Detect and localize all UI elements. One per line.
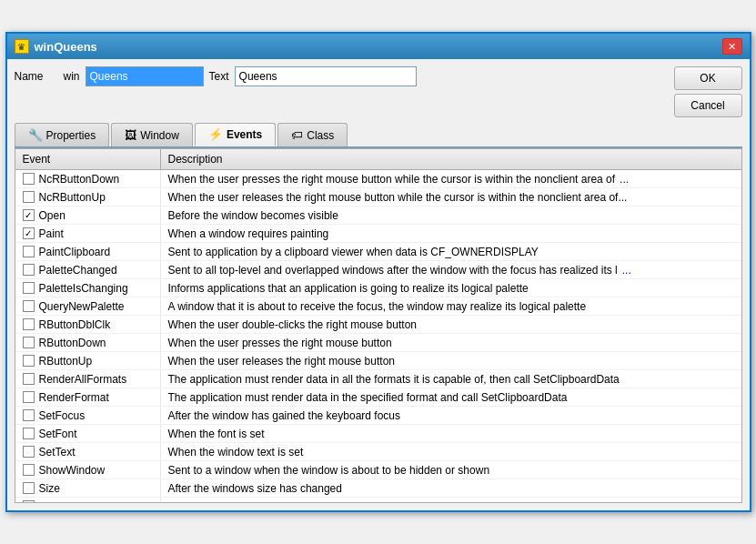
event-checkbox[interactable]	[23, 318, 35, 330]
event-name: QueryNewPalette	[39, 300, 125, 313]
tab-class[interactable]: 🏷 Class	[277, 123, 348, 146]
win-label: win	[64, 70, 80, 83]
table-row[interactable]: SetFontWhen the font is set	[15, 425, 741, 443]
event-cell: RenderAllFormats	[15, 370, 161, 388]
app-icon: ♛	[15, 39, 29, 54]
tab-events[interactable]: ⚡ Events	[195, 123, 276, 146]
event-cell: SetFont	[15, 425, 161, 442]
tab-window[interactable]: 🖼 Window	[111, 123, 193, 146]
event-cell: QueryNewPalette	[15, 297, 161, 315]
table-row[interactable]: PaletteIsChangingInforms applications th…	[15, 279, 741, 297]
ok-button[interactable]: OK	[674, 66, 742, 90]
cancel-button[interactable]: Cancel	[674, 94, 742, 117]
event-checkbox[interactable]: ✓	[23, 209, 35, 221]
table-row[interactable]: ✓PaintWhen a window requires painting	[15, 225, 741, 243]
event-checkbox[interactable]	[23, 482, 35, 494]
event-desc: When the user releases the right mouse b…	[161, 352, 741, 369]
event-name: SetFont	[39, 428, 77, 440]
table-row[interactable]: PaintClipboardSent to application by a c…	[15, 243, 741, 261]
event-desc: Sent to all top-level and overlapped win…	[161, 261, 741, 278]
tab-events-label: Events	[227, 128, 262, 141]
event-name: PaletteIsChanging	[39, 282, 128, 295]
event-name: PaintClipboard	[39, 246, 111, 258]
event-desc: Sent to application by a clipboard viewe…	[161, 498, 741, 502]
desc-link[interactable]: ...	[620, 173, 629, 186]
event-checkbox[interactable]	[23, 500, 35, 502]
event-cell: SizeClipboard	[15, 498, 161, 502]
event-name: SizeClipboard	[39, 500, 107, 503]
event-desc: Before the window becomes visible	[161, 207, 741, 224]
event-desc: Sent to application by a clipboard viewe…	[161, 243, 741, 260]
event-checkbox[interactable]: ✓	[23, 227, 35, 239]
text-label: Text	[209, 70, 229, 83]
window-icon: 🖼	[125, 128, 136, 142]
event-name: PaletteChanged	[39, 264, 117, 277]
event-desc: After the windows size has changed	[161, 479, 741, 497]
event-checkbox[interactable]	[23, 300, 35, 312]
event-desc: The application must render data in all …	[161, 370, 741, 388]
table-row[interactable]: ShowWindowSent to a window when the wind…	[15, 461, 741, 479]
titlebar-left: ♛ winQueens	[15, 39, 97, 54]
table-row[interactable]: RButtonDownWhen the user presses the rig…	[15, 334, 741, 352]
event-cell: SetText	[15, 443, 161, 460]
name-input[interactable]	[86, 66, 204, 86]
event-name: Size	[39, 482, 60, 495]
event-checkbox[interactable]	[23, 264, 35, 276]
event-desc: When the window text is set	[161, 443, 741, 460]
event-name: RenderAllFormats	[39, 373, 127, 386]
window-body: Name win Text OK Cancel 🔧 Properties 🖼 W…	[7, 59, 750, 510]
event-name: RButtonDown	[39, 337, 106, 349]
event-name: RenderFormat	[39, 391, 109, 404]
event-checkbox[interactable]	[23, 446, 35, 458]
table-row[interactable]: RenderFormatThe application must render …	[15, 388, 741, 407]
table-row[interactable]: NcRButtonUpWhen the user releases the ri…	[15, 188, 741, 207]
titlebar: ♛ winQueens ✕	[7, 34, 750, 59]
event-checkbox[interactable]	[23, 246, 35, 257]
event-checkbox[interactable]	[23, 355, 35, 367]
table-row[interactable]: ✓OpenBefore the window becomes visible	[15, 207, 741, 225]
event-checkbox[interactable]	[23, 464, 35, 476]
top-section: Name win Text OK Cancel	[15, 66, 742, 117]
col-desc-header: Description	[161, 149, 741, 169]
event-name: RButtonDblClk	[39, 318, 111, 331]
event-checkbox[interactable]	[23, 373, 35, 385]
event-checkbox[interactable]	[23, 337, 35, 348]
event-name: SetText	[39, 446, 76, 458]
table-body[interactable]: NcRButtonDownWhen the user presses the r…	[15, 170, 741, 502]
table-row[interactable]: RButtonDblClkWhen the user double-clicks…	[15, 316, 741, 334]
tab-properties-label: Properties	[46, 129, 96, 142]
table-row[interactable]: SizeClipboardSent to application by a cl…	[15, 498, 741, 502]
event-desc: The application must render data in the …	[161, 388, 741, 406]
table-row[interactable]: NcRButtonDownWhen the user presses the r…	[15, 170, 741, 188]
table-row[interactable]: PaletteChangedSent to all top-level and …	[15, 261, 741, 279]
event-checkbox[interactable]	[23, 391, 35, 403]
class-icon: 🏷	[291, 128, 303, 142]
event-checkbox[interactable]	[23, 409, 35, 421]
event-desc: When the user releases the right mouse b…	[161, 188, 741, 206]
event-name: NcRButtonDown	[39, 173, 120, 186]
table-row[interactable]: RButtonUpWhen the user releases the righ…	[15, 352, 741, 370]
event-desc: When the font is set	[161, 425, 741, 442]
table-row[interactable]: SetTextWhen the window text is set	[15, 443, 741, 461]
event-checkbox[interactable]	[23, 428, 35, 439]
desc-link[interactable]: ...	[622, 264, 631, 277]
event-desc: A window that it is about to receive the…	[161, 297, 741, 315]
event-checkbox[interactable]	[23, 173, 35, 185]
desc-link[interactable]: ...	[617, 500, 626, 503]
table-row[interactable]: QueryNewPaletteA window that it is about…	[15, 297, 741, 316]
event-name: Open	[39, 209, 66, 222]
table-row[interactable]: RenderAllFormatsThe application must ren…	[15, 370, 741, 388]
close-button[interactable]: ✕	[722, 38, 742, 55]
event-checkbox[interactable]	[23, 191, 35, 203]
event-checkbox[interactable]	[23, 282, 35, 294]
event-cell: NcRButtonDown	[15, 170, 161, 187]
event-cell: RButtonDown	[15, 334, 161, 351]
tab-properties[interactable]: 🔧 Properties	[15, 123, 110, 146]
event-desc: After the window has gained the keyboard…	[161, 407, 741, 424]
event-name: SetFocus	[39, 409, 86, 422]
table-row[interactable]: SetFocusAfter the window has gained the …	[15, 407, 741, 425]
event-cell: PaletteChanged	[15, 261, 161, 278]
text-input[interactable]	[235, 66, 417, 86]
table-header: Event Description	[15, 149, 741, 170]
table-row[interactable]: SizeAfter the windows size has changed	[15, 479, 741, 498]
